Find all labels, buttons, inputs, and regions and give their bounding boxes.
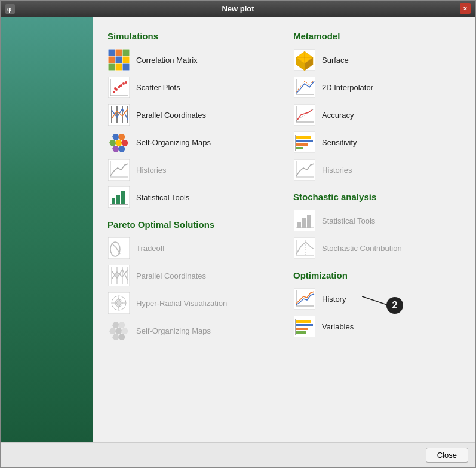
svg-point-28 <box>114 87 116 90</box>
scatter-plots-label: Scatter Plots <box>136 83 180 92</box>
svg-rect-79 <box>294 104 315 126</box>
app-icon: φ <box>5 4 15 14</box>
window-close-button[interactable]: × <box>460 3 471 14</box>
tradeoff-label: Tradeoff <box>136 244 165 253</box>
svg-rect-4 <box>122 49 130 56</box>
item-accuracy[interactable]: Accuracy <box>293 103 461 126</box>
svg-rect-50 <box>108 237 130 259</box>
item-sensitivity[interactable]: Sensitivity <box>293 131 461 154</box>
svg-point-29 <box>119 85 121 87</box>
sensitivity-icon <box>293 131 316 154</box>
svg-point-27 <box>125 81 127 84</box>
svg-rect-5 <box>108 56 115 63</box>
section-title-pareto: Pareto Optimal Solutions <box>108 219 275 230</box>
main-window: φ New plot × Simulations <box>0 0 476 468</box>
sidebar <box>1 17 93 442</box>
svg-rect-84 <box>296 140 313 142</box>
svg-rect-3 <box>115 49 122 56</box>
footer: Close <box>1 442 475 467</box>
left-column: Simulations <box>108 29 275 430</box>
svg-rect-9 <box>115 63 122 71</box>
item-parallel-coordinates-pareto[interactable]: Parallel Coordinates <box>108 264 275 287</box>
stochastic-contribution-label: Stochastic Contribution <box>322 244 402 253</box>
svg-rect-47 <box>116 195 120 204</box>
surface-label: Surface <box>322 56 349 65</box>
svg-rect-87 <box>296 136 311 139</box>
close-button[interactable]: Close <box>426 448 468 463</box>
content-area: Simulations <box>1 17 475 442</box>
svg-rect-93 <box>297 222 301 228</box>
tradeoff-icon <box>108 237 130 259</box>
statistical-tools-sim-icon <box>108 186 130 209</box>
histories-meta-label: Histories <box>322 166 352 175</box>
svg-rect-108 <box>296 324 313 326</box>
history-icon <box>293 287 316 310</box>
svg-point-26 <box>122 82 125 85</box>
item-stochastic-contribution[interactable]: Stochastic Contribution <box>293 237 461 259</box>
titlebar: φ New plot × <box>1 1 475 17</box>
history-badge-arrow: 2 <box>362 290 410 314</box>
svg-rect-111 <box>296 320 311 323</box>
item-self-organizing-maps[interactable]: Self-Organizing Maps <box>108 131 275 154</box>
svg-marker-69 <box>118 334 125 340</box>
accuracy-icon <box>293 103 316 126</box>
svg-rect-2 <box>108 49 115 56</box>
histories-meta-icon <box>293 158 316 181</box>
svg-rect-86 <box>296 147 303 149</box>
svg-rect-48 <box>121 191 125 204</box>
svg-point-22 <box>113 91 115 93</box>
history-label: History <box>322 295 346 304</box>
statistical-tools-stoch-icon <box>293 209 316 232</box>
svg-rect-6 <box>115 56 122 63</box>
svg-rect-42 <box>108 159 130 181</box>
interpolator-icon <box>293 76 316 99</box>
item-histories-sim[interactable]: Histories <box>108 158 275 181</box>
svg-line-104 <box>362 296 389 305</box>
item-surface[interactable]: Surface <box>293 48 461 71</box>
item-tradeoff[interactable]: Tradeoff <box>108 237 275 259</box>
svg-rect-89 <box>294 159 315 181</box>
item-correlation-matrix[interactable]: Correlation Matrix <box>108 48 275 71</box>
parallel-coordinates-pareto-icon <box>108 264 130 287</box>
svg-rect-85 <box>296 143 308 146</box>
item-histories-meta[interactable]: Histories <box>293 158 461 181</box>
item-variables[interactable]: Variables <box>293 315 461 338</box>
svg-text:φ: φ <box>7 6 11 13</box>
item-statistical-tools-sim[interactable]: Statistical Tools <box>108 186 275 209</box>
section-title-metamodel: Metamodel <box>293 31 461 41</box>
svg-rect-7 <box>122 56 130 63</box>
svg-text:2: 2 <box>392 300 398 310</box>
hyper-radial-label: Hyper-Radial Visualization <box>136 299 227 308</box>
svg-rect-95 <box>307 215 311 228</box>
parallel-coordinates-pareto-label: Parallel Coordinates <box>136 271 206 280</box>
svg-rect-94 <box>302 218 306 228</box>
main-panel: Simulations <box>93 17 475 442</box>
correlation-matrix-icon <box>108 48 130 71</box>
scatter-plots-icon <box>108 76 130 99</box>
som-icon <box>108 131 130 154</box>
statistical-tools-stoch-label: Statistical Tools <box>322 216 375 225</box>
histories-sim-icon <box>108 158 130 181</box>
svg-marker-64 <box>118 322 125 328</box>
svg-marker-67 <box>121 328 128 334</box>
hyper-radial-icon <box>108 292 130 314</box>
variables-label: Variables <box>322 322 354 331</box>
surface-icon <box>293 48 316 71</box>
window-title: New plot <box>222 4 254 13</box>
section-title-stochastic: Stochastic analysis <box>293 192 461 202</box>
item-parallel-coordinates[interactable]: Parallel Coordinates <box>108 103 275 126</box>
correlation-matrix-label: Correlation Matrix <box>136 56 198 65</box>
item-som-pareto[interactable]: Self-Organizing Maps <box>108 319 275 342</box>
item-history[interactable]: History 2 <box>293 287 461 310</box>
section-title-simulations: Simulations <box>108 31 275 41</box>
som-pareto-icon <box>108 319 130 342</box>
item-scatter-plots[interactable]: Scatter Plots <box>108 76 275 99</box>
item-hyper-radial[interactable]: Hyper-Radial Visualization <box>108 292 275 314</box>
svg-marker-36 <box>118 134 125 140</box>
svg-marker-41 <box>118 146 125 152</box>
som-pareto-label: Self-Organizing Maps <box>136 326 211 335</box>
item-interpolator[interactable]: 2D Interpolator <box>293 76 461 99</box>
svg-rect-46 <box>112 198 115 204</box>
histories-sim-label: Histories <box>136 166 167 175</box>
item-statistical-tools-stoch[interactable]: Statistical Tools <box>293 209 461 232</box>
